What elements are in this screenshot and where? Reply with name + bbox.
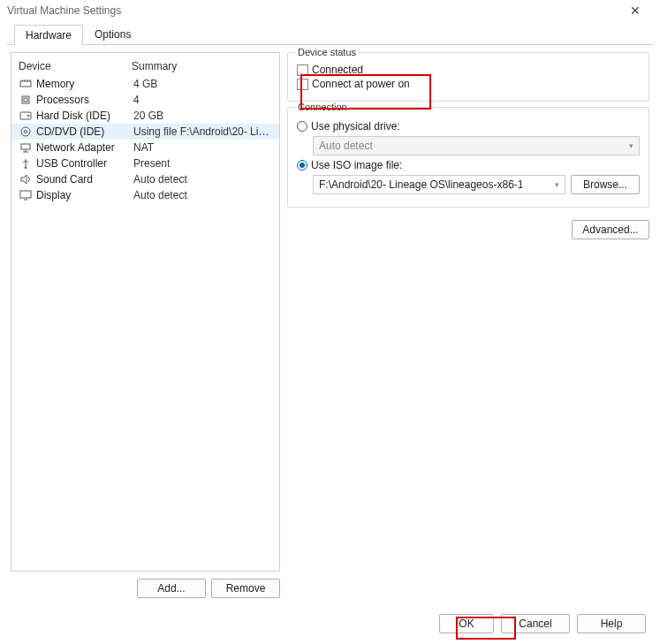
chevron-down-icon: ▾ xyxy=(629,141,633,150)
usb-icon xyxy=(19,157,33,170)
device-row-cddvd[interactable]: CD/DVD (IDE)Using file F:\Android\20- Li… xyxy=(11,124,279,140)
device-row-memory[interactable]: Memory4 GB xyxy=(11,76,279,92)
device-name: Hard Disk (IDE) xyxy=(36,110,133,122)
connect-power-on-checkbox[interactable] xyxy=(297,79,308,90)
svg-point-8 xyxy=(27,115,29,117)
advanced-button[interactable]: Advanced... xyxy=(572,220,649,239)
help-button[interactable]: Help xyxy=(577,614,646,633)
connected-checkbox[interactable] xyxy=(297,64,308,76)
close-button[interactable]: ✕ xyxy=(618,4,653,18)
tab-hardware[interactable]: Hardware xyxy=(14,25,83,45)
device-summary: Auto detect xyxy=(133,189,272,201)
window: Virtual Machine Settings ✕ Hardware Opti… xyxy=(0,0,660,644)
use-iso-image-label: Use ISO image file: xyxy=(311,159,402,171)
tab-options[interactable]: Options xyxy=(83,24,142,44)
device-name: Memory xyxy=(36,78,133,90)
svg-rect-6 xyxy=(24,98,27,102)
svg-rect-11 xyxy=(21,144,30,149)
chevron-down-icon: ▾ xyxy=(555,180,559,189)
device-summary: 4 xyxy=(133,94,272,106)
disp-icon xyxy=(19,189,33,201)
use-physical-drive-label: Use physical drive: xyxy=(311,120,400,133)
device-row-sound[interactable]: Sound CardAuto detect xyxy=(11,171,279,187)
svg-rect-16 xyxy=(20,191,31,198)
device-name: Sound Card xyxy=(36,173,133,186)
device-summary: 20 GB xyxy=(133,110,272,122)
window-title: Virtual Machine Settings xyxy=(7,4,618,17)
tab-bar: Hardware Options xyxy=(7,24,653,45)
device-list-header: Device Summary xyxy=(11,53,279,76)
connection-group: Connection Use physical drive: Auto dete… xyxy=(287,107,649,208)
device-summary: Auto detect xyxy=(133,173,272,186)
hdd-icon xyxy=(19,110,33,122)
connection-legend: Connection xyxy=(295,102,350,112)
titlebar: Virtual Machine Settings ✕ xyxy=(0,0,660,20)
device-name: CD/DVD (IDE) xyxy=(36,125,133,138)
cpu-icon xyxy=(19,94,33,106)
physical-drive-value: Auto detect xyxy=(319,140,373,152)
use-iso-image-radio[interactable] xyxy=(297,160,307,170)
svg-rect-0 xyxy=(20,81,31,87)
add-button[interactable]: Add... xyxy=(137,579,206,598)
device-name: USB Controller xyxy=(36,157,133,170)
svg-point-9 xyxy=(21,127,30,136)
net-icon xyxy=(19,141,33,154)
snd-icon xyxy=(19,173,33,186)
svg-rect-5 xyxy=(22,96,29,103)
device-name: Display xyxy=(36,189,133,201)
device-name: Network Adapter xyxy=(36,141,133,154)
device-row-usb[interactable]: USB ControllerPresent xyxy=(11,155,279,171)
remove-button[interactable]: Remove xyxy=(211,579,280,598)
connected-label: Connected xyxy=(312,64,363,76)
iso-path-input[interactable]: F:\Android\20- Lineage OS\lineageos-x86-… xyxy=(313,175,565,194)
device-name: Processors xyxy=(36,94,133,106)
device-summary: NAT xyxy=(133,141,272,154)
device-summary: Present xyxy=(133,157,272,170)
svg-point-10 xyxy=(25,131,27,133)
cancel-button[interactable]: Cancel xyxy=(501,614,570,633)
memory-icon xyxy=(19,78,33,90)
header-summary: Summary xyxy=(132,60,177,72)
device-summary: Using file F:\Android\20- Lin... xyxy=(133,125,272,138)
connect-power-on-label: Connect at power on xyxy=(312,78,410,90)
dialog-footer: OK Cancel Help xyxy=(0,605,660,644)
device-row-network[interactable]: Network AdapterNAT xyxy=(11,140,279,155)
device-summary: 4 GB xyxy=(133,78,272,90)
device-list: Device Summary Memory4 GBProcessors4Hard… xyxy=(11,52,280,572)
device-row-harddisk[interactable]: Hard Disk (IDE)20 GB xyxy=(11,108,279,124)
device-status-group: Device status Connected Connect at power… xyxy=(287,52,649,102)
device-status-legend: Device status xyxy=(295,47,359,57)
browse-button[interactable]: Browse... xyxy=(571,175,640,194)
device-row-display[interactable]: DisplayAuto detect xyxy=(11,187,279,203)
cd-icon xyxy=(19,125,33,138)
iso-path-value: F:\Android\20- Lineage OS\lineageos-x86-… xyxy=(319,178,522,191)
ok-button[interactable]: OK xyxy=(439,614,494,633)
device-row-processors[interactable]: Processors4 xyxy=(11,92,279,108)
header-device: Device xyxy=(19,60,132,72)
use-physical-drive-radio[interactable] xyxy=(297,121,307,132)
physical-drive-select[interactable]: Auto detect ▾ xyxy=(313,136,640,155)
